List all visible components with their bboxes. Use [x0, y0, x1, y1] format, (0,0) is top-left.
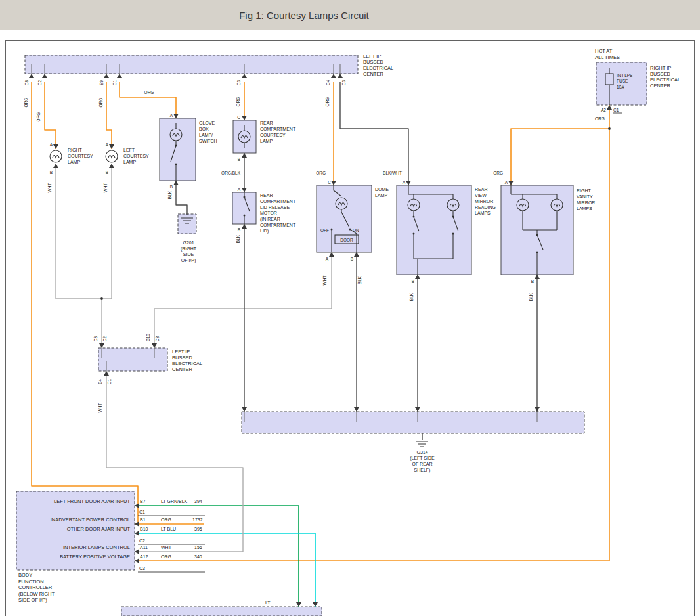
- mirror-lamps-label-line: LAMPS: [475, 211, 491, 215]
- dome-lamp-label-line: LAMP: [375, 193, 387, 198]
- lid-motor-label-line: LID RELEASE: [260, 205, 290, 209]
- bfc-connector-label: C1: [139, 510, 145, 514]
- terminal-b: B: [50, 170, 53, 175]
- g201-ground-box: [178, 214, 196, 234]
- wire-org-label: ORG: [36, 112, 41, 122]
- bottom-partial-box: [121, 607, 322, 616]
- bfc-row-label: OTHER DOOR AJAR INPUT: [67, 526, 131, 532]
- terminal-a: A: [238, 187, 241, 192]
- wire-org-label: ORG: [144, 90, 154, 95]
- glove-box-label-line: LAMP/: [199, 133, 213, 137]
- bfc-row-label: INTERIOR LAMPS CONTROL: [63, 544, 130, 550]
- hot-at-all-times-label: ALL TIMES: [595, 55, 620, 60]
- bfc-pin: B7: [140, 499, 146, 504]
- wire-org-label: ORG: [236, 97, 240, 107]
- bec2-pin-label: C10: [146, 334, 150, 341]
- left-lamp-label-line: COURTESY: [123, 154, 149, 158]
- rear-lamp-label-line: REAR: [260, 121, 273, 125]
- g314-label-line: (LEFT SIDE: [410, 456, 435, 461]
- bfc-wire-color: LT GRN/BLK: [161, 499, 188, 504]
- dome-lamp-label-line: DOME: [375, 187, 389, 192]
- g201-label-line: SIDE: [183, 252, 194, 257]
- top-bec-box: [25, 55, 358, 74]
- fuse-pin-cavity: A2: [601, 108, 606, 112]
- g201-label-line: OF I/P): [181, 258, 196, 263]
- fuse-wire-org-label: ORG: [595, 116, 605, 121]
- terminal-a: A: [170, 113, 173, 118]
- lid-motor-label-line: LID): [260, 229, 269, 234]
- fuse-pin-connector: C1: [613, 108, 619, 112]
- terminal-a: A: [106, 143, 109, 147]
- mirror-lamps-label-line: READING: [475, 205, 496, 209]
- bfc-circuit-number: 395: [194, 527, 202, 531]
- glove-box-label-line: GLOVE: [199, 121, 215, 125]
- rear-lamp-label-line: COURTESY: [260, 133, 286, 137]
- wire-blk-label: BLK: [529, 292, 533, 301]
- mirror-lamps-label-line: VIEW: [475, 193, 487, 198]
- fuse-label-line: 10A: [617, 85, 624, 89]
- bfc-row-label: BATTERY POSITIVE VOLTAGE: [60, 554, 130, 560]
- bfc-name-line: (BELOW RIGHT: [18, 591, 55, 597]
- bec2-pin-label: C3: [155, 336, 160, 341]
- hot-at-all-times-label: HOT AT: [595, 48, 613, 54]
- bfc-circuit-number: 340: [194, 554, 202, 559]
- top-bec-pin-label: C1: [112, 79, 117, 85]
- wire-wht-label: WHT: [103, 183, 108, 193]
- terminal-c: C: [328, 180, 331, 185]
- lid-motor-label-line: COMPARTMENT: [260, 223, 296, 227]
- g201-label-line: (RIGHT: [181, 246, 197, 252]
- bfc-circuit-number: 156: [194, 545, 202, 550]
- bfc-pin: A11: [140, 545, 148, 550]
- bfc-wire-color: LT BLU: [161, 527, 176, 531]
- vanity-lamps-label-line: MIRROR: [577, 200, 595, 205]
- right-bec-label-line: BUSSED: [650, 71, 670, 77]
- top-bec-pin-label: C4: [326, 79, 330, 85]
- lid-motor-label-line: MOTOR: [260, 211, 277, 215]
- lid-motor-label-line: REAR: [260, 193, 273, 198]
- wire-blk-label: BLK: [357, 276, 362, 284]
- terminal-b: B: [351, 257, 353, 261]
- bfc-circuit-number: 394: [194, 499, 202, 504]
- bfc-name-line: CONTROLLER: [18, 584, 53, 590]
- terminal-a: A: [403, 180, 406, 185]
- bfc-connector-label: C3: [139, 566, 145, 571]
- terminal-b: B: [412, 279, 414, 284]
- terminal-b: B: [531, 279, 534, 284]
- fuse-bec-box: [596, 62, 647, 105]
- dome-on-label: ON: [353, 228, 359, 232]
- partial-wire-label: LT: [265, 600, 271, 605]
- right-lamp-label-line: LAMP: [68, 160, 80, 164]
- rear-lamp-label-line: LAMP: [260, 139, 273, 143]
- bfc-name-line: FUNCTION: [18, 579, 44, 584]
- g314-label-line: OF REAR: [412, 462, 432, 466]
- page-title: Fig 1: Courtesy Lamps Circuit: [239, 10, 369, 21]
- wire-wht-label: WHT: [98, 403, 102, 413]
- mirror-reading-lamps-box: [397, 185, 471, 275]
- terminal-a: A: [326, 257, 329, 261]
- top-bec-pin-label: C3: [341, 79, 346, 85]
- wire-blk-label: BLK: [236, 234, 240, 243]
- lid-motor-label-line: COMPARTMENT: [260, 199, 296, 204]
- fuse-label-line: INT LPS: [617, 73, 633, 77]
- top-bec-pin-label: C3: [236, 79, 241, 85]
- wire-orgblk-label: ORG/BLK: [221, 171, 241, 175]
- vanity-lamps-label-line: LAMPS: [577, 206, 592, 211]
- top-bec-label-line: BUSSED: [363, 59, 383, 65]
- bfc-name-line: SIDE OF I/P): [18, 597, 47, 603]
- bec2-pin-label: E4: [98, 379, 102, 384]
- lid-motor-label-line: (IN REAR: [260, 217, 280, 222]
- bfc-wire-color: ORG: [161, 517, 171, 522]
- bec2-pin-label: C1: [107, 378, 112, 384]
- g201-label-line: G201: [183, 240, 194, 245]
- terminal-a: A: [505, 180, 508, 185]
- right-bec-label-line: ELECTRICAL: [650, 77, 680, 83]
- title-bar: Fig 1: Courtesy Lamps Circuit: [0, 0, 700, 30]
- terminal-c: C: [237, 115, 240, 120]
- bfc-pin: B10: [140, 527, 148, 531]
- wire-wht-label: WHT: [47, 183, 52, 193]
- terminal-b: B: [238, 157, 240, 162]
- g314-label-line: G314: [416, 450, 427, 454]
- bec2-label-line: CENTER: [172, 366, 192, 372]
- bec2-label-line: LEFT IP: [172, 349, 190, 355]
- top-bec-pin-label: E9: [99, 80, 104, 85]
